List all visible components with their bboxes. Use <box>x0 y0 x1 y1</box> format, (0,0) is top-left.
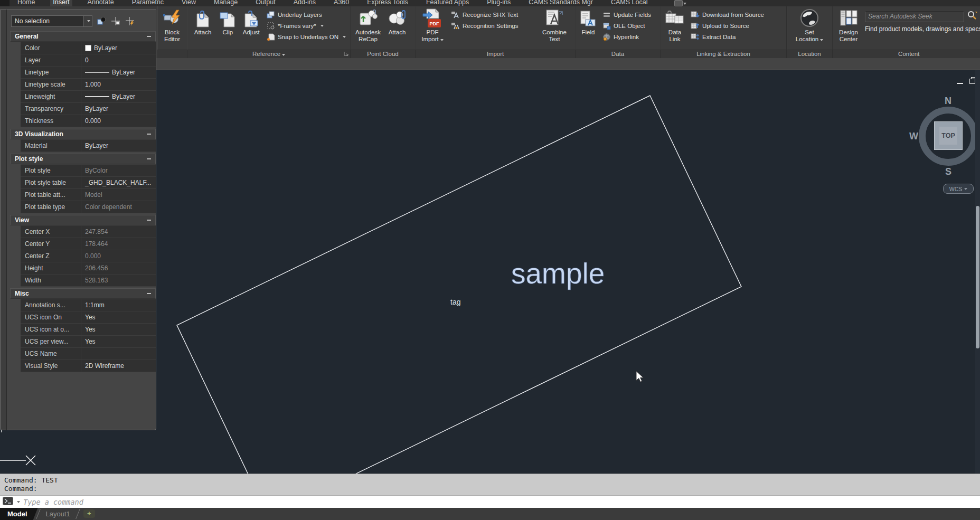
property-row-material[interactable]: MaterialByLayer <box>21 140 156 152</box>
viewcube[interactable]: N W S E TOP WCS <box>908 94 980 197</box>
property-row-ucs-icon-origin[interactable]: UCS icon at o...Yes <box>21 324 156 336</box>
sample-text-entity[interactable]: sample <box>511 257 605 290</box>
select-objects-icon[interactable] <box>110 16 121 26</box>
quick-select-icon[interactable] <box>125 16 135 26</box>
add-layout-button[interactable]: + <box>83 509 95 518</box>
property-row-plot-table-type[interactable]: Plot table typeColor dependent <box>21 201 156 213</box>
upload-to-source-button[interactable]: Upload to Source <box>689 20 766 31</box>
property-row-ucs-icon-on[interactable]: UCS icon OnYes <box>21 311 156 324</box>
tab-cams-local[interactable]: CAMS Local <box>608 0 650 6</box>
tab-model[interactable]: Model <box>0 508 38 520</box>
app-menu-fragment[interactable] <box>0 0 10 6</box>
panel-label-import[interactable]: Import <box>416 50 575 58</box>
property-row-center-x[interactable]: Center X247.854 <box>21 226 156 238</box>
field-button[interactable]: Field <box>578 8 599 36</box>
property-row-transparency[interactable]: TransparencyByLayer <box>21 103 156 115</box>
property-row-plot-table-attached[interactable]: Plot table att...Model <box>21 189 156 201</box>
ole-object-button[interactable]: OLE Object <box>600 20 653 31</box>
collapse-icon[interactable] <box>147 36 151 37</box>
attach-button[interactable]: Attach <box>190 8 216 36</box>
panel-label-point-cloud[interactable]: Point Cloud <box>351 50 415 58</box>
dialog-launcher-icon[interactable] <box>344 51 348 56</box>
workspace-switcher-icon[interactable] <box>674 0 683 6</box>
tab-annotate[interactable]: Annotate <box>85 0 117 6</box>
autodesk-seek-search-input[interactable] <box>865 11 964 22</box>
viewcube-south[interactable]: S <box>945 166 951 177</box>
property-row-linetype[interactable]: LinetypeByLayer <box>21 67 156 79</box>
palette-titlebar[interactable] <box>0 10 7 430</box>
property-row-annotation-scale[interactable]: Annotation s...1:1mm <box>21 299 156 311</box>
property-row-visual-style[interactable]: Visual Style2D Wireframe <box>21 360 156 372</box>
property-row-thickness[interactable]: Thickness0.000 <box>21 115 156 127</box>
dropdown-arrow-button[interactable] <box>83 16 92 26</box>
section-header-view[interactable]: View <box>10 215 156 225</box>
autodesk-recap-button[interactable]: Autodesk ReCap <box>353 8 383 42</box>
scrollbar-thumb[interactable] <box>976 206 979 348</box>
point-cloud-attach-button[interactable]: Attach <box>385 8 409 36</box>
tab-cams-standards-mgr[interactable]: CAMS Standards Mgr <box>526 0 596 6</box>
section-header-misc[interactable]: Misc <box>10 288 156 299</box>
viewcube-west[interactable]: W <box>909 131 918 142</box>
command-input[interactable] <box>22 497 980 507</box>
wcs-dropdown[interactable]: WCS <box>943 184 974 194</box>
property-row-layer[interactable]: Layer0 <box>21 54 156 67</box>
search-icon[interactable] <box>966 10 978 23</box>
command-prompt-icon[interactable] <box>3 497 13 507</box>
panel-label-linking[interactable]: Linking & Extraction <box>661 50 786 58</box>
property-row-color[interactable]: ColorByLayer <box>21 42 156 54</box>
selection-dropdown[interactable]: No selection <box>11 15 92 27</box>
tab-parametric[interactable]: Parametric <box>129 0 166 6</box>
panel-label-data[interactable]: Data <box>576 50 660 58</box>
extract-data-button[interactable]: Extract Data <box>689 31 766 42</box>
design-center-button[interactable]: Design Center <box>835 8 862 42</box>
panel-label-location[interactable]: Location <box>787 50 832 58</box>
tab-output[interactable]: Output <box>253 0 278 6</box>
clip-button[interactable]: Clip <box>218 8 238 36</box>
collapse-icon[interactable] <box>147 220 151 221</box>
command-options-arrow[interactable] <box>17 501 20 503</box>
block-editor-button[interactable]: Block Editor <box>159 8 185 42</box>
section-header-3d-visualization[interactable]: 3D Visualization <box>10 129 156 139</box>
tab-a360[interactable]: A360 <box>331 0 352 6</box>
combine-text-button[interactable]: Combine Text <box>539 8 570 42</box>
toggle-pickadd-icon[interactable] <box>96 16 107 26</box>
update-fields-button[interactable]: Update Fields <box>600 9 653 20</box>
tab-plug-ins[interactable]: Plug-ins <box>484 0 513 6</box>
property-row-height[interactable]: Height206.456 <box>21 262 156 275</box>
tab-layout1[interactable]: Layout1 <box>39 508 78 520</box>
tab-express-tools[interactable]: Express Tools <box>364 0 411 6</box>
vertical-scrollbar[interactable] <box>975 70 980 474</box>
section-header-plot-style[interactable]: Plot style <box>10 154 156 164</box>
panel-label-content[interactable]: Content <box>833 50 980 58</box>
tab-add-ins[interactable]: Add-ins <box>291 0 318 6</box>
panel-label-reference[interactable]: Reference <box>187 50 350 58</box>
collapse-icon[interactable] <box>147 158 151 159</box>
frames-vary-dropdown[interactable]: *Frames vary* <box>265 20 348 31</box>
property-row-plot-style[interactable]: Plot styleByColor <box>21 165 156 177</box>
restore-icon[interactable] <box>969 79 975 84</box>
viewcube-top-face[interactable]: TOP <box>934 121 963 150</box>
adjust-button[interactable]: Adjust <box>240 8 263 36</box>
property-row-plot-style-table[interactable]: Plot style table_GHD_BLACK_HALF... <box>21 177 156 189</box>
set-location-button[interactable]: Set Location <box>793 8 826 42</box>
underlay-layers-button[interactable]: Underlay Layers <box>265 9 348 20</box>
property-row-ucs-name[interactable]: UCS Name <box>21 348 156 360</box>
rectangle-entity[interactable] <box>177 96 741 474</box>
property-row-center-y[interactable]: Center Y178.464 <box>21 238 156 250</box>
property-row-width[interactable]: Width528.163 <box>21 275 156 287</box>
command-history[interactable]: Command: TEST Command: <box>0 474 980 495</box>
property-row-lineweight[interactable]: LineweightByLayer <box>21 91 156 103</box>
property-row-linetype-scale[interactable]: Linetype scale1.000 <box>21 79 156 91</box>
download-from-source-button[interactable]: Download from Source <box>689 9 766 20</box>
collapse-icon[interactable] <box>147 134 151 135</box>
tab-featured-apps[interactable]: Featured Apps <box>423 0 472 6</box>
viewcube-north[interactable]: N <box>945 96 951 107</box>
tag-text-entity[interactable]: tag <box>450 298 460 306</box>
tab-manage[interactable]: Manage <box>211 0 240 6</box>
recognize-shx-text-button[interactable]: Recognize SHX Text <box>449 9 538 20</box>
section-header-general[interactable]: General <box>10 31 156 42</box>
tab-view[interactable]: View <box>179 0 199 6</box>
recognition-settings-button[interactable]: Recognition Settings <box>449 20 538 31</box>
minimize-icon[interactable] <box>957 83 963 84</box>
tab-home[interactable]: Home <box>15 0 37 6</box>
